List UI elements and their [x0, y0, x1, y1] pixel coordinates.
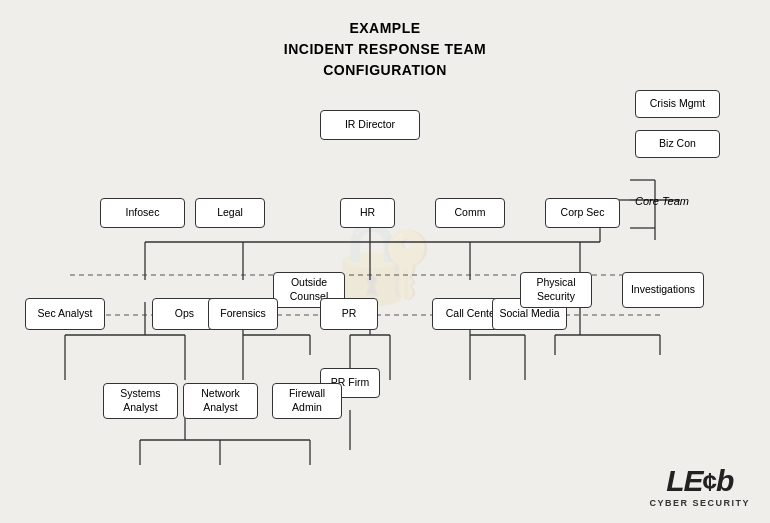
crisis-mgmt-box: Crisis Mgmt	[635, 90, 720, 118]
title-line2: INCIDENT RESPONSE TEAM	[0, 39, 770, 60]
comm-box: Comm	[435, 198, 505, 228]
legal-box: Legal	[195, 198, 265, 228]
page: 🔐 EXAMPLE INCIDENT RESPONSE TEAM CONFIGU…	[0, 0, 770, 523]
page-title: EXAMPLE INCIDENT RESPONSE TEAM CONFIGURA…	[0, 0, 770, 81]
corp-sec-box: Corp Sec	[545, 198, 620, 228]
pr-box: PR	[320, 298, 378, 330]
content: EXAMPLE INCIDENT RESPONSE TEAM CONFIGURA…	[0, 0, 770, 523]
firewall-admin-box: Firewall Admin	[272, 383, 342, 419]
forensics-box: Forensics	[208, 298, 278, 330]
investigations-box: Investigations	[622, 272, 704, 308]
infosec-box: Infosec	[100, 198, 185, 228]
physical-security-box: Physical Security	[520, 272, 592, 308]
logo-subtitle: CYBER SECURITY	[649, 498, 750, 508]
title-line3: CONFIGURATION	[0, 60, 770, 81]
network-analyst-box: Network Analyst	[183, 383, 258, 419]
biz-con-box: Biz Con	[635, 130, 720, 158]
ir-director-box: IR Director	[320, 110, 420, 140]
systems-analyst-box: Systems Analyst	[103, 383, 178, 419]
logo-text: LE¢b	[666, 466, 733, 496]
hr-box: HR	[340, 198, 395, 228]
logo: LE¢b CYBER SECURITY	[649, 466, 750, 508]
core-team-label: Core Team	[635, 195, 689, 207]
title-line1: EXAMPLE	[0, 18, 770, 39]
sec-analyst-box: Sec Analyst	[25, 298, 105, 330]
